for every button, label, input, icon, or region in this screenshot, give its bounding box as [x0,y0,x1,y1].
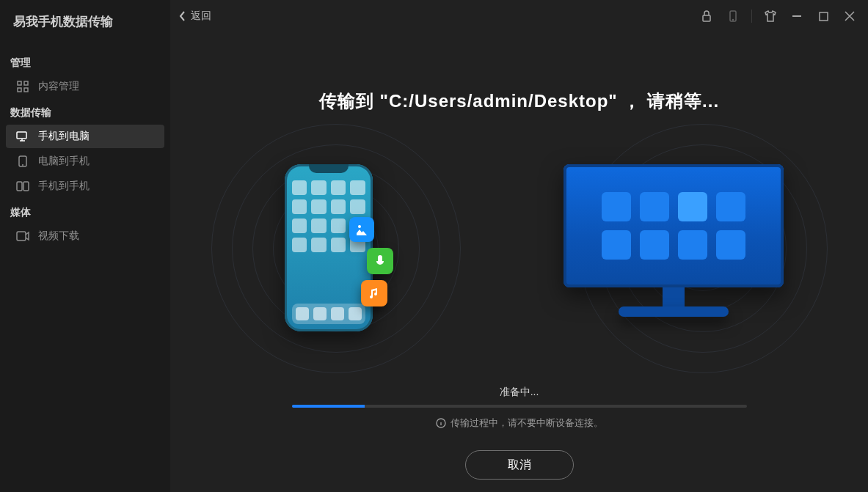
sidebar-item-phone-to-pc[interactable]: 手机到电脑 [6,125,164,148]
sidebar-item-label: 视频下载 [38,230,79,243]
headline-path: C:/Users/admin/Desktop [389,91,608,111]
svg-rect-3 [24,88,28,92]
svg-rect-6 [17,182,22,191]
svg-rect-1 [24,81,28,85]
headline-prefix: 传输到 " [319,91,389,111]
titlebar: 返回 [170,0,868,32]
chevron-left-icon [179,11,186,21]
chip-music-icon [361,280,387,306]
apparel-button[interactable] [758,5,783,27]
sidebar-item-label: 内容管理 [38,80,79,93]
back-button[interactable]: 返回 [179,10,211,23]
progress-status-label: 准备中... [500,386,539,399]
svg-point-11 [733,20,734,21]
window-minimize-button[interactable] [784,5,809,27]
device-icon [729,10,737,22]
cancel-button[interactable]: 取消 [465,450,574,480]
sidebar-item-label: 手机到手机 [38,180,90,193]
back-label: 返回 [191,10,211,23]
svg-point-13 [358,225,361,228]
svg-rect-9 [703,15,710,21]
phone-illustration [285,164,373,331]
lock-button[interactable] [694,5,719,27]
transfer-chips [367,221,393,306]
app-title: 易我手机数据传输 [0,13,170,49]
headline: 传输到 "C:/Users/admin/Desktop" ， 请稍等... [319,89,719,113]
sidebar-item-phone-to-phone[interactable]: 手机到手机 [6,175,164,198]
sidebar-item-label: 手机到电脑 [38,130,90,143]
progress-warning: 传输过程中，请不要中断设备连接。 [436,416,603,430]
pc-to-phone-icon [16,155,29,168]
monitor-illustration [564,164,784,324]
svg-rect-8 [17,232,26,241]
svg-rect-2 [18,88,21,92]
info-icon [436,418,446,428]
sidebar-section-header-transfer: 数据传输 [0,103,170,124]
content: 传输到 "C:/Users/admin/Desktop" ， 请稍等... [170,32,868,492]
titlebar-right [694,5,862,27]
sidebar-item-label: 电脑到手机 [38,155,90,168]
main: 返回 [170,0,868,492]
sidebar-item-video-download[interactable]: 视频下载 [6,224,164,248]
svg-rect-4 [17,132,26,139]
svg-rect-12 [820,12,828,21]
window-close-button[interactable] [837,5,862,27]
titlebar-divider [751,10,752,23]
chip-mic-icon [367,248,393,274]
grid-icon [16,80,29,93]
close-icon [845,11,855,21]
sidebar-item-content-manage[interactable]: 内容管理 [6,75,164,98]
shirt-icon [764,10,777,22]
phone-to-phone-icon [16,180,29,193]
progress-warning-text: 传输过程中，请不要中断设备连接。 [451,416,603,430]
visual [241,142,798,355]
sidebar-section-header-media: 媒体 [0,203,170,224]
device-button[interactable] [721,5,745,27]
sidebar-section-header-manage: 管理 [0,54,170,74]
progress-bar [292,405,747,408]
svg-rect-0 [18,81,21,85]
video-download-icon [16,230,29,243]
phone-to-pc-icon [16,130,29,143]
window-maximize-button[interactable] [811,5,836,27]
progress-block: 准备中... 传输过程中，请不要中断设备连接。 取消 [292,386,747,480]
sidebar-item-pc-to-phone[interactable]: 电脑到手机 [6,150,164,173]
sidebar: 易我手机数据传输 管理 内容管理 数据传输 手机到电脑 [0,0,170,492]
headline-suffix: " ， 请稍等... [608,91,719,111]
minimize-icon [792,11,802,21]
maximize-icon [819,12,828,21]
chip-image-icon [349,217,374,242]
progress-bar-fill [292,405,365,408]
lock-icon [701,10,712,22]
svg-rect-7 [23,182,29,191]
cancel-button-label: 取消 [508,458,531,473]
